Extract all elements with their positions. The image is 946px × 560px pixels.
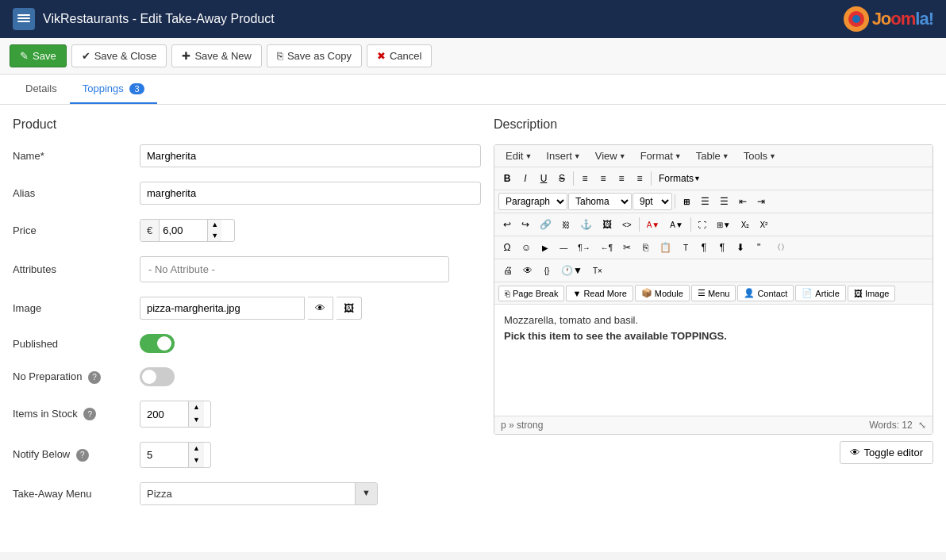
- unordered-list-button[interactable]: ☰: [696, 193, 714, 210]
- print-button[interactable]: 🖨: [498, 262, 517, 279]
- unlink-button[interactable]: ⛓: [557, 216, 575, 233]
- editor-menu-table[interactable]: Table ▼: [690, 148, 736, 164]
- undo-button[interactable]: ↩: [498, 216, 516, 233]
- module-button[interactable]: 📦 Module: [635, 285, 690, 301]
- save-new-button[interactable]: ✚ Save & New: [171, 44, 262, 67]
- paragraph-select[interactable]: Paragraph: [498, 193, 567, 210]
- takeaway-menu-select[interactable]: Pizza ▼: [140, 482, 378, 505]
- no-prep-toggle[interactable]: [140, 367, 175, 386]
- link-button[interactable]: 🔗: [535, 216, 556, 233]
- editor-menu-view[interactable]: View ▼: [589, 148, 633, 164]
- price-input[interactable]: [160, 220, 207, 241]
- align-center-button[interactable]: ≡: [594, 170, 612, 187]
- clock-button[interactable]: 🕐▼: [556, 262, 587, 279]
- image-input[interactable]: [140, 297, 305, 320]
- items-stock-input[interactable]: [140, 404, 188, 425]
- formats-dropdown[interactable]: Formats ▼: [654, 170, 706, 187]
- notify-below-up-button[interactable]: ▲: [189, 443, 204, 455]
- editor-menu-insert[interactable]: Insert ▼: [540, 148, 586, 164]
- size-select[interactable]: 9pt: [633, 193, 672, 210]
- redo-button[interactable]: ↪: [517, 216, 534, 233]
- bold-button[interactable]: B: [498, 170, 516, 187]
- preview-button[interactable]: 👁: [518, 262, 537, 279]
- image-insert-extra-button[interactable]: 🖼 Image: [848, 286, 896, 301]
- para-rtl-button[interactable]: ¶: [713, 239, 731, 256]
- price-down-button[interactable]: ▼: [208, 231, 221, 242]
- align-justify-button[interactable]: ≡: [631, 170, 648, 187]
- tab-toppings[interactable]: Toppings 3: [70, 75, 157, 104]
- quote-button[interactable]: ": [750, 239, 767, 256]
- align-right-button[interactable]: ≡: [613, 170, 630, 187]
- editor-menu-tools[interactable]: Tools ▼: [737, 148, 783, 164]
- editor-content[interactable]: Mozzarella, tomato and basil. Pick this …: [494, 305, 933, 416]
- article-button[interactable]: 📄 Article: [795, 285, 846, 301]
- notify-below-input[interactable]: [140, 444, 188, 466]
- price-up-button[interactable]: ▲: [208, 220, 221, 231]
- paste-text-button[interactable]: T: [677, 239, 694, 256]
- subscript-button[interactable]: X₂: [736, 216, 755, 233]
- align-left-button[interactable]: ≡: [576, 170, 594, 187]
- notify-below-down-button[interactable]: ▼: [189, 455, 204, 467]
- rtl-button[interactable]: ←¶: [596, 239, 617, 256]
- contact-button[interactable]: 👤 Contact: [737, 285, 794, 301]
- textbox-button[interactable]: T×: [588, 262, 607, 279]
- save-button[interactable]: ✎ Save: [10, 44, 67, 67]
- image-insert-button[interactable]: 🖼: [598, 216, 617, 233]
- code2-button[interactable]: 〈〉: [768, 239, 794, 256]
- resize-handle-icon[interactable]: ⤡: [918, 420, 926, 431]
- image-insert-icon: 🖼: [854, 289, 863, 298]
- attributes-select[interactable]: - No Attribute -: [140, 256, 449, 282]
- fullscreen-button[interactable]: ⛶: [694, 216, 711, 233]
- read-more-button[interactable]: ▼ Read More: [566, 286, 633, 301]
- product-panel: Product Name* Alias Price € ▲ ▼ At: [13, 117, 481, 539]
- download-button[interactable]: ⬇: [732, 239, 749, 256]
- editor-menu-format[interactable]: Format ▼: [634, 148, 688, 164]
- indent-button[interactable]: ⇥: [752, 193, 770, 210]
- save-copy-button[interactable]: ⎘ Save as Copy: [267, 44, 362, 67]
- items-stock-up-button[interactable]: ▲: [189, 401, 204, 414]
- published-toggle[interactable]: [140, 334, 175, 353]
- copy-btn[interactable]: ⎘: [636, 239, 654, 256]
- superscript-button[interactable]: X²: [755, 216, 772, 233]
- code-button[interactable]: <>: [617, 216, 636, 233]
- italic-button[interactable]: I: [517, 170, 534, 187]
- editor-menu-edit[interactable]: Edit ▼: [499, 148, 538, 164]
- save-close-button[interactable]: ✔ Save & Close: [71, 44, 167, 67]
- media-button[interactable]: ▶: [536, 239, 554, 256]
- toggle-editor-button[interactable]: 👁 Toggle editor: [840, 441, 933, 464]
- image-view-button[interactable]: 👁: [308, 297, 333, 320]
- ordered-list-button[interactable]: ☰: [715, 193, 733, 210]
- bg-color-button[interactable]: A▼: [665, 216, 688, 233]
- takeaway-menu-arrow[interactable]: ▼: [355, 483, 377, 504]
- image-browse-button[interactable]: 🖼: [336, 297, 362, 320]
- ltr-button[interactable]: ¶→: [573, 239, 594, 256]
- no-prep-help-icon[interactable]: ?: [88, 371, 101, 384]
- name-input[interactable]: [140, 144, 481, 167]
- emoji-button[interactable]: ☺: [517, 239, 536, 256]
- omega-button[interactable]: Ω: [498, 239, 516, 256]
- font-color-button[interactable]: A▼: [642, 216, 665, 233]
- cancel-button[interactable]: ✖ Cancel: [367, 44, 432, 67]
- template-button[interactable]: {}: [538, 262, 556, 279]
- paste-button[interactable]: 📋: [655, 239, 676, 256]
- hr-button[interactable]: —: [555, 239, 572, 256]
- show-blocks-button[interactable]: ¶: [695, 239, 713, 256]
- outdent-button[interactable]: ⇤: [734, 193, 752, 210]
- anchor-button[interactable]: ⚓: [575, 216, 597, 233]
- notify-below-help-icon[interactable]: ?: [76, 449, 89, 462]
- menu-button[interactable]: ☰ Menu: [691, 285, 736, 301]
- alias-input[interactable]: [140, 182, 481, 205]
- source-button[interactable]: ⊞: [678, 193, 695, 210]
- underline-button[interactable]: U: [535, 170, 552, 187]
- cut-button[interactable]: ✂: [618, 239, 636, 256]
- items-stock-help-icon[interactable]: ?: [83, 408, 96, 420]
- items-stock-down-button[interactable]: ▼: [189, 414, 204, 427]
- tab-details[interactable]: Details: [13, 75, 70, 104]
- description-panel: Description Edit ▼ Insert ▼ View ▼ Forma…: [494, 117, 933, 539]
- page-break-button[interactable]: ⎗ Page Break: [498, 286, 564, 301]
- description-section-title: Description: [494, 117, 933, 132]
- font-select[interactable]: Tahoma: [568, 193, 632, 210]
- table-button[interactable]: ⊞▼: [712, 216, 736, 233]
- strikethrough-button[interactable]: S: [553, 170, 571, 187]
- image-row: Image 👁 🖼: [13, 297, 481, 320]
